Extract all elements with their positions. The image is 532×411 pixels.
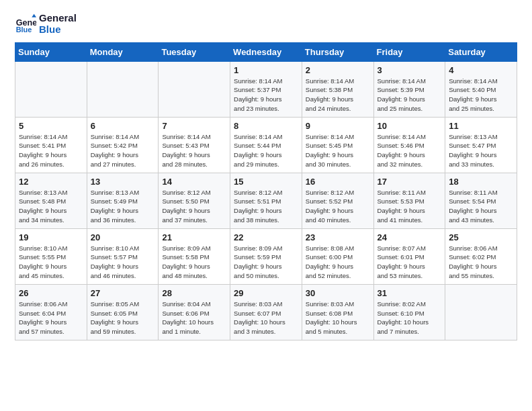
day-info: Sunrise: 8:12 AMSunset: 5:50 PMDaylight:… xyxy=(162,188,226,225)
day-number: 20 xyxy=(91,232,155,242)
day-number: 9 xyxy=(306,121,370,131)
day-cell: 13Sunrise: 8:13 AMSunset: 5:49 PMDayligh… xyxy=(87,173,159,228)
day-cell: 17Sunrise: 8:11 AMSunset: 5:53 PMDayligh… xyxy=(373,173,445,228)
day-number: 10 xyxy=(378,121,442,131)
weekday-header-friday: Friday xyxy=(373,42,445,61)
day-info: Sunrise: 8:09 AMSunset: 5:58 PMDaylight:… xyxy=(162,244,226,281)
day-cell xyxy=(445,284,517,340)
day-info: Sunrise: 8:02 AMSunset: 6:10 PMDaylight:… xyxy=(378,300,442,336)
svg-marker-2 xyxy=(32,14,36,17)
calendar: SundayMondayTuesdayWednesdayThursdayFrid… xyxy=(15,42,517,340)
day-cell xyxy=(159,61,230,117)
logo-blue: Blue xyxy=(39,24,77,35)
day-info: Sunrise: 8:14 AMSunset: 5:46 PMDaylight:… xyxy=(378,132,442,169)
day-cell: 22Sunrise: 8:09 AMSunset: 5:59 PMDayligh… xyxy=(230,228,302,284)
day-info: Sunrise: 8:12 AMSunset: 5:51 PMDaylight:… xyxy=(234,188,298,225)
week-row-3: 12Sunrise: 8:13 AMSunset: 5:48 PMDayligh… xyxy=(15,173,517,228)
day-info: Sunrise: 8:14 AMSunset: 5:39 PMDaylight:… xyxy=(378,77,442,113)
day-cell: 16Sunrise: 8:12 AMSunset: 5:52 PMDayligh… xyxy=(302,173,373,228)
logo-general: General xyxy=(39,12,77,24)
day-cell: 23Sunrise: 8:08 AMSunset: 6:00 PMDayligh… xyxy=(302,228,373,284)
day-cell: 7Sunrise: 8:14 AMSunset: 5:43 PMDaylight… xyxy=(159,117,230,173)
day-number: 11 xyxy=(449,121,513,131)
week-row-1: 1Sunrise: 8:14 AMSunset: 5:37 PMDaylight… xyxy=(15,61,517,117)
day-cell: 19Sunrise: 8:10 AMSunset: 5:55 PMDayligh… xyxy=(15,228,87,284)
day-cell: 27Sunrise: 8:05 AMSunset: 6:05 PMDayligh… xyxy=(87,284,159,340)
day-number: 3 xyxy=(378,65,442,75)
day-number: 23 xyxy=(306,232,370,242)
day-info: Sunrise: 8:07 AMSunset: 6:01 PMDaylight:… xyxy=(378,244,442,281)
day-number: 26 xyxy=(19,288,83,298)
day-number: 22 xyxy=(234,232,298,242)
day-number: 5 xyxy=(19,121,83,131)
day-info: Sunrise: 8:13 AMSunset: 5:48 PMDaylight:… xyxy=(19,188,83,225)
day-info: Sunrise: 8:14 AMSunset: 5:38 PMDaylight:… xyxy=(306,77,370,113)
weekday-header-sunday: Sunday xyxy=(15,42,87,61)
day-number: 6 xyxy=(91,121,155,131)
day-info: Sunrise: 8:10 AMSunset: 5:55 PMDaylight:… xyxy=(19,244,83,281)
week-row-4: 19Sunrise: 8:10 AMSunset: 5:55 PMDayligh… xyxy=(15,228,517,284)
weekday-header-wednesday: Wednesday xyxy=(230,42,302,61)
page: General Blue General Blue SundayMondayTu… xyxy=(0,0,532,411)
weekday-header-saturday: Saturday xyxy=(445,42,517,61)
day-cell: 3Sunrise: 8:14 AMSunset: 5:39 PMDaylight… xyxy=(373,61,445,117)
day-cell: 30Sunrise: 8:03 AMSunset: 6:08 PMDayligh… xyxy=(302,284,373,340)
logo-icon: General Blue xyxy=(15,13,36,34)
weekday-header-tuesday: Tuesday xyxy=(159,42,230,61)
day-cell: 14Sunrise: 8:12 AMSunset: 5:50 PMDayligh… xyxy=(159,173,230,228)
day-number: 12 xyxy=(19,177,83,187)
day-info: Sunrise: 8:14 AMSunset: 5:43 PMDaylight:… xyxy=(162,132,226,169)
day-number: 4 xyxy=(449,65,513,75)
day-cell xyxy=(87,61,159,117)
header: General Blue General Blue xyxy=(15,12,517,36)
day-info: Sunrise: 8:14 AMSunset: 5:40 PMDaylight:… xyxy=(449,77,513,113)
day-info: Sunrise: 8:11 AMSunset: 5:54 PMDaylight:… xyxy=(449,188,513,225)
day-number: 24 xyxy=(378,232,442,242)
day-number: 28 xyxy=(162,288,226,298)
day-info: Sunrise: 8:04 AMSunset: 6:06 PMDaylight:… xyxy=(162,300,226,336)
day-info: Sunrise: 8:14 AMSunset: 5:42 PMDaylight:… xyxy=(91,132,155,169)
day-number: 16 xyxy=(306,177,370,187)
day-number: 7 xyxy=(162,121,226,131)
day-cell: 9Sunrise: 8:14 AMSunset: 5:45 PMDaylight… xyxy=(302,117,373,173)
day-number: 8 xyxy=(234,121,298,131)
day-number: 30 xyxy=(306,288,370,298)
day-number: 17 xyxy=(378,177,442,187)
day-number: 21 xyxy=(162,232,226,242)
day-cell: 29Sunrise: 8:03 AMSunset: 6:07 PMDayligh… xyxy=(230,284,302,340)
day-number: 29 xyxy=(234,288,298,298)
day-cell: 24Sunrise: 8:07 AMSunset: 6:01 PMDayligh… xyxy=(373,228,445,284)
day-cell: 4Sunrise: 8:14 AMSunset: 5:40 PMDaylight… xyxy=(445,61,517,117)
day-number: 14 xyxy=(162,177,226,187)
day-cell: 12Sunrise: 8:13 AMSunset: 5:48 PMDayligh… xyxy=(15,173,87,228)
day-number: 15 xyxy=(234,177,298,187)
day-info: Sunrise: 8:06 AMSunset: 6:04 PMDaylight:… xyxy=(19,300,83,336)
day-cell: 25Sunrise: 8:06 AMSunset: 6:02 PMDayligh… xyxy=(445,228,517,284)
day-number: 31 xyxy=(378,288,442,298)
day-info: Sunrise: 8:10 AMSunset: 5:57 PMDaylight:… xyxy=(91,244,155,281)
day-info: Sunrise: 8:03 AMSunset: 6:07 PMDaylight:… xyxy=(234,300,298,336)
day-info: Sunrise: 8:05 AMSunset: 6:05 PMDaylight:… xyxy=(91,300,155,336)
day-info: Sunrise: 8:12 AMSunset: 5:52 PMDaylight:… xyxy=(306,188,370,225)
day-number: 25 xyxy=(449,232,513,242)
day-number: 1 xyxy=(234,65,298,75)
day-number: 18 xyxy=(449,177,513,187)
day-cell: 5Sunrise: 8:14 AMSunset: 5:41 PMDaylight… xyxy=(15,117,87,173)
day-cell: 6Sunrise: 8:14 AMSunset: 5:42 PMDaylight… xyxy=(87,117,159,173)
svg-text:Blue: Blue xyxy=(16,26,32,34)
day-cell: 15Sunrise: 8:12 AMSunset: 5:51 PMDayligh… xyxy=(230,173,302,228)
weekday-header-thursday: Thursday xyxy=(302,42,373,61)
day-info: Sunrise: 8:14 AMSunset: 5:41 PMDaylight:… xyxy=(19,132,83,169)
day-number: 19 xyxy=(19,232,83,242)
week-row-2: 5Sunrise: 8:14 AMSunset: 5:41 PMDaylight… xyxy=(15,117,517,173)
logo: General Blue General Blue xyxy=(15,12,77,36)
day-info: Sunrise: 8:11 AMSunset: 5:53 PMDaylight:… xyxy=(378,188,442,225)
day-cell: 28Sunrise: 8:04 AMSunset: 6:06 PMDayligh… xyxy=(159,284,230,340)
day-info: Sunrise: 8:13 AMSunset: 5:47 PMDaylight:… xyxy=(449,132,513,169)
day-info: Sunrise: 8:08 AMSunset: 6:00 PMDaylight:… xyxy=(306,244,370,281)
weekday-header-monday: Monday xyxy=(87,42,159,61)
day-info: Sunrise: 8:14 AMSunset: 5:37 PMDaylight:… xyxy=(234,77,298,113)
day-info: Sunrise: 8:06 AMSunset: 6:02 PMDaylight:… xyxy=(449,244,513,281)
day-cell: 26Sunrise: 8:06 AMSunset: 6:04 PMDayligh… xyxy=(15,284,87,340)
day-info: Sunrise: 8:09 AMSunset: 5:59 PMDaylight:… xyxy=(234,244,298,281)
